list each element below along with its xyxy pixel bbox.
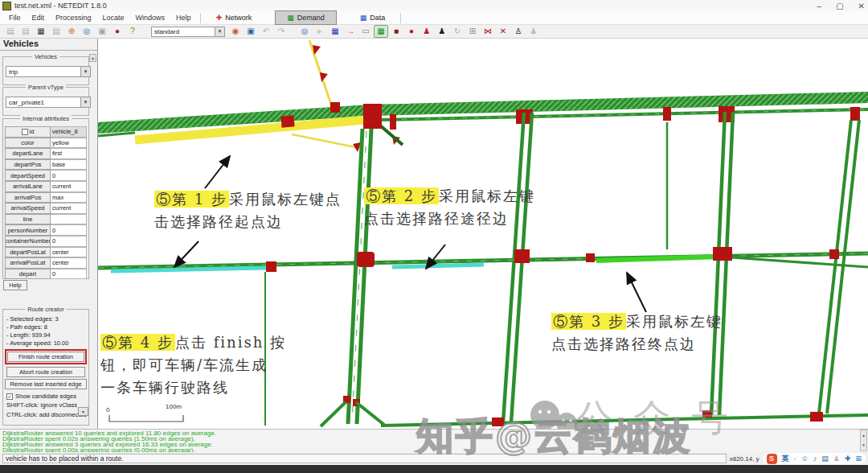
edge-mode-icon[interactable]: → [343, 25, 358, 38]
ime-toolbox-icon[interactable]: ✚ [845, 454, 851, 463]
arrivalPos-attribute-button[interactable]: arrivalPos [5, 192, 51, 204]
junction-mode-icon[interactable]: ▦ [328, 25, 342, 38]
ime-language-toggle[interactable]: 英 [782, 454, 789, 464]
personplan-mode-icon[interactable]: ↻ [450, 25, 465, 38]
maximize-button[interactable]: ▢ [836, 2, 843, 10]
sogou-logo-icon[interactable]: S [767, 454, 777, 464]
departLane-value-field[interactable]: first [51, 148, 87, 159]
middle-edge-lower-right[interactable] [731, 257, 868, 267]
departSpeed-value-field[interactable]: 0 [51, 170, 87, 181]
id-value-field[interactable]: vehicle_8 [51, 126, 87, 138]
parent-vtype-combo[interactable]: car_private1 ▼ [6, 97, 91, 108]
pin-icon[interactable]: ● [110, 25, 125, 38]
junction[interactable] [390, 114, 396, 130]
select-mode-icon[interactable]: ▭ [358, 25, 373, 38]
menu-windows[interactable]: Windows [130, 12, 171, 23]
line-attribute-button[interactable]: line [5, 214, 51, 225]
vtype-mode-icon[interactable]: ♟ [420, 25, 434, 38]
junction[interactable] [810, 412, 823, 422]
personNumber-value-field[interactable]: 0 [51, 224, 87, 236]
tab-demand[interactable]: ▦Demand [275, 10, 337, 25]
locate-icon[interactable]: ◎ [297, 25, 312, 38]
ime-toolbar[interactable]: S 英 · ☺ ♪ ▤ ♟ ✚ ⊞ [763, 453, 866, 464]
top-left-lane[interactable] [98, 133, 135, 136]
arrivalPos-value-field[interactable]: max [51, 192, 87, 204]
arrivalPosLat-attribute-button[interactable]: arrivalPosLat [5, 257, 51, 269]
new-network-icon[interactable]: ▤ [3, 25, 18, 38]
arrivalSpeed-attribute-button[interactable]: arrivalSpeed [5, 203, 51, 214]
junction[interactable] [492, 417, 504, 426]
grid-icon[interactable]: ⊞ [465, 25, 480, 38]
tab-network[interactable]: ✚Network [204, 10, 264, 25]
junction[interactable] [663, 107, 671, 121]
arrivalSpeed-value-field[interactable]: current [51, 203, 87, 214]
show-candidate-edges-checkbox[interactable]: ✓ Show candidate edges [6, 393, 76, 400]
redo-icon[interactable]: ↷ [274, 25, 289, 38]
junction[interactable] [363, 104, 382, 129]
arrivalLane-attribute-button[interactable]: arrivalLane [5, 181, 51, 192]
junction[interactable] [266, 261, 276, 272]
undo-icon[interactable]: ↶ [259, 25, 273, 38]
junction[interactable] [586, 253, 595, 262]
bottom-edge[interactable] [381, 415, 868, 426]
person-mode-icon[interactable]: ♟ [435, 25, 449, 38]
close-button[interactable]: ✕ [858, 2, 865, 10]
ime-mic-icon[interactable]: ♪ [813, 454, 817, 463]
branch-right[interactable] [356, 402, 384, 425]
color-value-field[interactable]: yellow [51, 138, 87, 149]
help-button[interactable]: Help [3, 280, 27, 290]
junction[interactable] [702, 410, 712, 417]
menu-help[interactable]: Help [170, 12, 197, 23]
id-attribute-button[interactable]: id [5, 126, 51, 138]
minimize-button[interactable]: – [817, 2, 822, 10]
scroll-up-icon[interactable]: ▲ [89, 54, 96, 62]
ime-keyboard-icon[interactable]: ▤ [821, 454, 829, 463]
menu-edit[interactable]: Edit [27, 12, 51, 23]
save-network-icon[interactable]: ▦ [34, 25, 48, 38]
depart-attribute-button[interactable]: depart [5, 269, 51, 280]
departPosLat-value-field[interactable]: center [51, 247, 87, 258]
menu-file[interactable]: File [3, 12, 27, 23]
route-mode-icon[interactable]: ▦ [374, 25, 388, 38]
move-view-icon[interactable]: ⊕ [64, 25, 79, 38]
junction[interactable] [280, 115, 294, 127]
departPos-attribute-button[interactable]: departPos [5, 159, 51, 171]
flow-mode-icon[interactable]: ⋈ [481, 25, 495, 38]
junction[interactable] [514, 249, 530, 263]
ime-emoji-icon[interactable]: ☺ [801, 454, 809, 463]
arrivalLane-value-field[interactable]: current [51, 181, 87, 192]
route-via-edge-cyan[interactable] [392, 265, 484, 267]
log-scrollbar[interactable]: ▲▼ [860, 430, 867, 451]
supermode-combo[interactable]: standard ▼ [151, 27, 225, 37]
network-canvas[interactable]: 0 100m ⑤第 1 步采用鼠标左键点 击选择路径起点边 ⑤第 2 步采用鼠标… [98, 39, 868, 429]
question-icon[interactable]: ? [125, 25, 140, 38]
containerNumber-attribute-button[interactable]: containerNumber [5, 236, 51, 247]
yellow-diagonal-low[interactable] [292, 134, 359, 148]
junction[interactable] [330, 102, 340, 113]
departSpeed-attribute-button[interactable]: departSpeed [5, 170, 51, 181]
personNumber-attribute-button[interactable]: personNumber [5, 224, 51, 236]
color-attribute-button[interactable]: color [5, 138, 51, 149]
checkbox-icon[interactable] [22, 129, 28, 135]
vehicle-mode-icon[interactable]: ■ [389, 25, 403, 38]
arrivalPosLat-value-field[interactable]: center [51, 257, 87, 269]
abort-route-button[interactable]: Abort route creation [6, 367, 85, 377]
departLane-attribute-button[interactable]: departLane [5, 148, 51, 159]
chevron-down-icon[interactable]: ▼ [78, 407, 88, 416]
containerNumber-value-field[interactable]: 0 [51, 236, 87, 247]
zoom-icon[interactable]: ◎ [80, 25, 94, 38]
remove-last-edge-button[interactable]: Remove last inserted edge [5, 379, 87, 389]
departPosLat-attribute-button[interactable]: departPosLat [5, 247, 51, 258]
junction[interactable] [713, 247, 732, 261]
edit-mode-icon[interactable]: ✕ [496, 25, 510, 38]
departPos-value-field[interactable]: base [51, 159, 87, 171]
reload-network-icon[interactable]: ▤ [49, 25, 63, 38]
finish-route-button[interactable]: Finish route creation [7, 352, 84, 362]
ime-account-icon[interactable]: ♟ [833, 454, 840, 463]
menu-processing[interactable]: Processing [50, 12, 97, 23]
color-wheel-icon[interactable]: ◉ [228, 25, 243, 38]
line-value-field[interactable] [51, 214, 87, 225]
inspect-mode-icon[interactable]: ► [313, 25, 327, 38]
vehicle-type-combo[interactable]: trip ▼ [6, 66, 91, 77]
junction[interactable] [850, 107, 860, 121]
